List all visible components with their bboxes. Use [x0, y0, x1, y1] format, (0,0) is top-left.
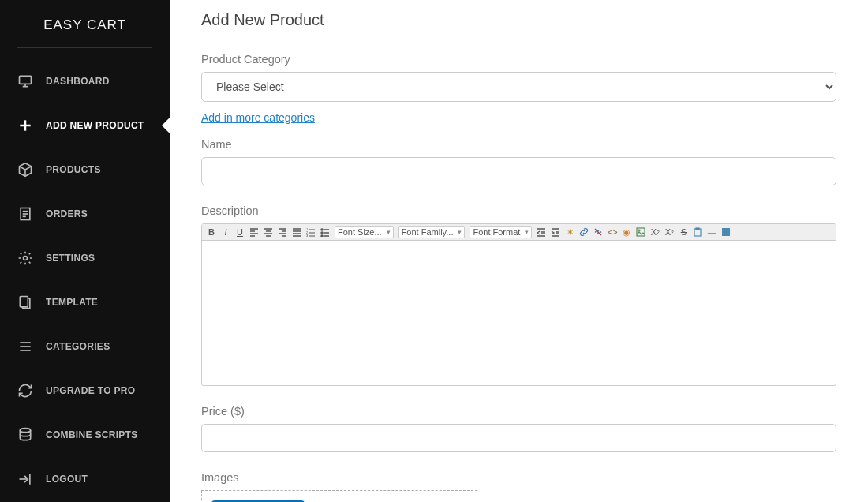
bold-icon[interactable]: B [205, 226, 218, 238]
strikethrough-icon[interactable]: S [677, 226, 690, 238]
svg-point-44 [321, 235, 323, 237]
align-left-icon[interactable] [248, 226, 260, 238]
svg-rect-11 [20, 297, 28, 307]
svg-point-40 [321, 229, 323, 230]
link-icon[interactable] [578, 226, 590, 238]
sidebar: EASY CART DASHBOARD ADD NEW PRODUCT PROD… [0, 0, 170, 502]
media-icon[interactable]: ◉ [620, 226, 633, 238]
svg-text:3: 3 [306, 234, 309, 237]
align-center-icon[interactable] [262, 226, 275, 238]
field-category: Product Category Please Select Add in mo… [201, 53, 836, 124]
subscript-icon[interactable]: X2 [649, 226, 661, 238]
sidebar-item-label: PRODUCTS [46, 164, 101, 175]
svg-rect-55 [637, 228, 645, 236]
brand-title: EASY CART [0, 0, 170, 47]
input-name[interactable] [201, 157, 836, 185]
ordered-list-icon[interactable]: 123 [305, 226, 317, 238]
refresh-icon [17, 383, 33, 399]
label-category: Product Category [201, 53, 836, 66]
sidebar-item-categories[interactable]: CATEGORIES [0, 329, 170, 364]
editor-toolbar: B I U 123 [202, 224, 836, 241]
list-icon [17, 339, 33, 354]
code-icon[interactable]: <> [606, 226, 619, 238]
box-icon [17, 162, 33, 178]
font-size-select[interactable]: Font Size... [335, 226, 394, 238]
sidebar-item-label: ORDERS [46, 208, 88, 219]
brand-divider [17, 47, 152, 48]
receipt-icon [17, 206, 33, 222]
sidebar-item-products[interactable]: PRODUCTS [0, 152, 170, 187]
svg-point-15 [20, 429, 30, 433]
sidebar-item-template[interactable]: TEMPLATE [0, 285, 170, 320]
sidebar-item-label: DASHBOARD [46, 76, 110, 87]
template-icon [17, 294, 33, 310]
image-drop-area[interactable]: Please Select or Drag & Drop Files [201, 490, 477, 502]
sidebar-item-combine-scripts[interactable]: COMBINE SCRIPTS [0, 418, 170, 452]
sidebar-item-label: TEMPLATE [46, 297, 98, 308]
sidebar-item-label: CATEGORIES [46, 341, 110, 352]
field-images: Images Please Select or Drag & Drop File… [201, 471, 836, 502]
align-justify-icon[interactable] [290, 226, 303, 238]
sidebar-item-label: COMBINE SCRIPTS [46, 429, 138, 440]
sidebar-item-label: UPGRADE TO PRO [46, 385, 135, 396]
page-title: Add New Product [201, 11, 836, 29]
svg-rect-59 [722, 228, 730, 236]
special-char-icon[interactable]: ✶ [563, 226, 576, 238]
italic-icon[interactable]: I [219, 226, 232, 238]
link-add-categories[interactable]: Add in more categories [201, 111, 315, 124]
label-description: Description [201, 204, 836, 217]
bullet-list-icon[interactable] [319, 226, 331, 238]
font-family-select[interactable]: Font Family... [398, 226, 466, 238]
input-price[interactable] [201, 424, 836, 452]
logout-icon [17, 471, 33, 487]
svg-rect-58 [696, 228, 699, 230]
svg-point-42 [321, 232, 323, 234]
paste-icon[interactable] [691, 226, 704, 238]
label-name: Name [201, 138, 836, 151]
sidebar-nav: DASHBOARD ADD NEW PRODUCT PRODUCTS ORDER… [0, 64, 170, 496]
field-description: Description B I U [201, 204, 836, 386]
hr-icon[interactable]: — [705, 226, 718, 238]
rich-text-editor: B I U 123 [201, 223, 836, 386]
field-name: Name [201, 138, 836, 185]
align-right-icon[interactable] [276, 226, 289, 238]
svg-point-56 [638, 230, 640, 231]
svg-rect-0 [20, 76, 32, 84]
image-icon[interactable] [634, 226, 647, 238]
unlink-icon[interactable] [592, 226, 604, 238]
gear-icon [17, 250, 33, 266]
label-price: Price ($) [201, 405, 836, 418]
underline-icon[interactable]: U [234, 226, 246, 238]
database-icon [17, 427, 33, 443]
sidebar-item-logout[interactable]: LOGOUT [0, 462, 170, 496]
editor-textarea[interactable] [202, 241, 836, 383]
sidebar-item-label: ADD NEW PRODUCT [46, 120, 144, 131]
field-price: Price ($) [201, 405, 836, 452]
sidebar-item-label: SETTINGS [46, 253, 95, 264]
svg-point-10 [24, 257, 28, 260]
sidebar-item-add-new-product[interactable]: ADD NEW PRODUCT [0, 108, 170, 143]
label-images: Images [201, 471, 836, 484]
select-category[interactable]: Please Select [201, 72, 836, 102]
sidebar-item-settings[interactable]: SETTINGS [0, 241, 170, 275]
plus-icon [17, 118, 33, 133]
indent-icon[interactable] [549, 226, 562, 238]
main-content: Add New Product Product Category Please … [170, 0, 868, 502]
outdent-icon[interactable] [535, 226, 548, 238]
sidebar-item-upgrade[interactable]: UPGRADE TO PRO [0, 373, 170, 408]
fullscreen-icon[interactable] [720, 226, 732, 238]
monitor-icon [17, 73, 33, 89]
sidebar-item-orders[interactable]: ORDERS [0, 197, 170, 231]
sidebar-item-label: LOGOUT [46, 474, 88, 485]
sidebar-item-dashboard[interactable]: DASHBOARD [0, 64, 170, 99]
font-format-select[interactable]: Font Format [470, 226, 532, 238]
superscript-icon[interactable]: X2 [663, 226, 675, 238]
